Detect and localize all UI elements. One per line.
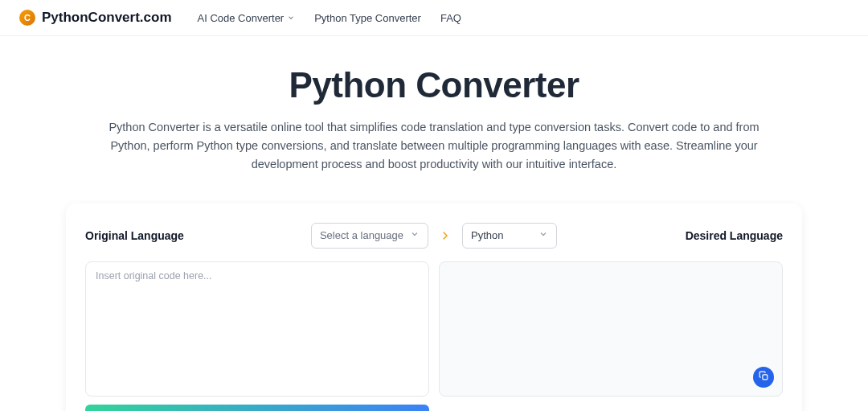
main-content: Python Converter Python Converter is a v… (40, 36, 828, 411)
source-language-select[interactable]: Select a language (311, 223, 428, 249)
converter-card: Original Language Select a language Pyth… (66, 203, 802, 411)
logo-text: PythonConvert.com (42, 10, 172, 26)
nav-item-label: Python Type Converter (314, 12, 421, 24)
page-subtitle: Python Converter is a versatile online t… (104, 118, 764, 175)
original-code-input[interactable] (86, 262, 428, 396)
logo-icon: C (19, 10, 35, 26)
nav-item-label: AI Code Converter (198, 12, 285, 24)
page-title: Python Converter (66, 65, 802, 105)
chevron-down-icon (538, 229, 548, 241)
convert-button[interactable]: Convert (85, 405, 429, 411)
main-nav: AI Code Converter Python Type Converter … (198, 12, 461, 24)
original-language-label: Original Language (85, 229, 303, 242)
target-language-select[interactable]: Python (462, 223, 557, 249)
chevron-down-icon (287, 14, 295, 22)
nav-ai-code-converter[interactable]: AI Code Converter (198, 12, 296, 24)
input-pane (85, 261, 429, 397)
copy-button[interactable] (753, 367, 774, 388)
select-value: Select a language (320, 229, 403, 241)
output-pane (439, 261, 783, 397)
svg-rect-0 (762, 374, 767, 379)
desired-language-label: Desired Language (565, 229, 783, 242)
nav-python-type-converter[interactable]: Python Type Converter (314, 12, 421, 24)
code-panes (85, 261, 783, 397)
copy-icon (759, 370, 769, 384)
nav-item-label: FAQ (440, 12, 461, 24)
swap-icon[interactable] (438, 228, 452, 243)
nav-faq[interactable]: FAQ (440, 12, 461, 24)
controls-row: Original Language Select a language Pyth… (85, 223, 783, 249)
language-controls: Select a language Python (311, 223, 557, 249)
select-value: Python (471, 229, 503, 241)
site-header: C PythonConvert.com AI Code Converter Py… (0, 0, 868, 36)
logo[interactable]: C PythonConvert.com (19, 10, 172, 26)
chevron-down-icon (410, 229, 420, 241)
